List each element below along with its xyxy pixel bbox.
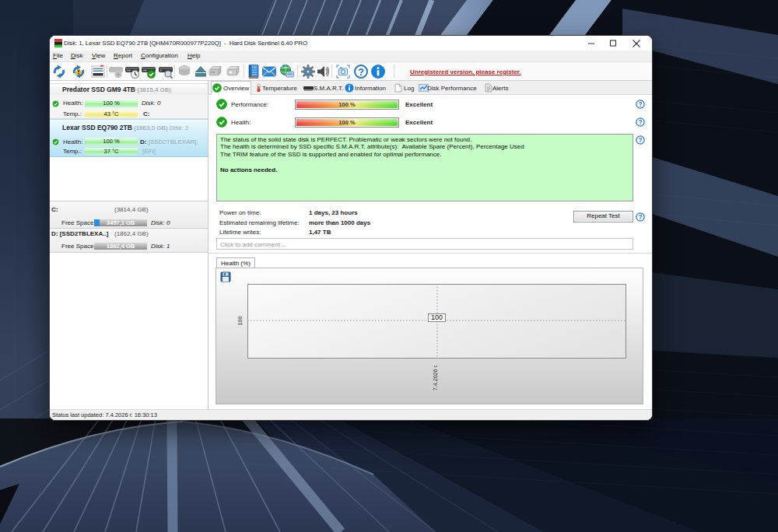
svg-text:?: ? bbox=[358, 67, 364, 78]
svg-text:?: ? bbox=[639, 101, 643, 108]
svg-text:?: ? bbox=[639, 137, 643, 144]
svg-text:?: ? bbox=[639, 214, 643, 221]
svg-text:?: ? bbox=[639, 119, 643, 126]
